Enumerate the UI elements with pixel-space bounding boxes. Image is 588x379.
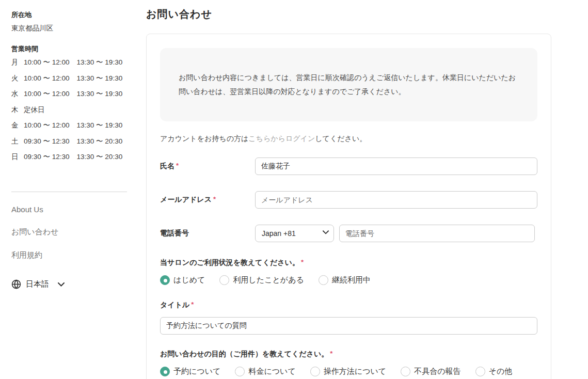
location-value: 東京都品川区 bbox=[11, 24, 127, 33]
country-code-select[interactable]: Japan +81 bbox=[255, 225, 334, 242]
hours-row: 土 09:30 〜 12:30 13:30 〜 20:30 bbox=[11, 137, 127, 146]
hours-day: 金 bbox=[11, 121, 24, 130]
purpose-option-how-to-use[interactable]: 操作方法について bbox=[310, 367, 386, 376]
login-link[interactable]: こちらからログイン bbox=[248, 134, 315, 143]
sidebar-item-terms[interactable]: 利用規約 bbox=[11, 245, 127, 266]
location-section: 所在地 東京都品川区 bbox=[11, 10, 127, 33]
required-asterisk: * bbox=[301, 258, 304, 266]
hours-row: 火 10:00 〜 12:00 13:30 〜 19:30 bbox=[11, 74, 127, 83]
usage-group-label: 当サロンのご利用状況を教えてください。* bbox=[160, 258, 537, 267]
account-login-line: アカウントをお持ちの方はこちらからログインしてください。 bbox=[160, 134, 537, 144]
hours-range-pm: 13:30 〜 19:30 bbox=[77, 74, 123, 83]
hours-day: 日 bbox=[11, 152, 24, 162]
purpose-options: 予約について 料金について 操作方法について 不具合の報告 bbox=[160, 367, 537, 376]
usage-option-first-time[interactable]: はじめて bbox=[160, 275, 205, 285]
page-title: お問い合わせ bbox=[146, 7, 551, 21]
phone-row: 電話番号 Japan +81 bbox=[160, 225, 537, 242]
purpose-option-bug-report[interactable]: 不具合の報告 bbox=[401, 367, 460, 376]
notice-text: お問い合わせ内容につきましては、営業日に順次確認のうえご返信いたします。休業日に… bbox=[179, 73, 516, 96]
hours-day: 月 bbox=[11, 58, 24, 67]
title-input-row bbox=[160, 317, 537, 335]
radio-unselected-icon[interactable] bbox=[310, 367, 320, 376]
hours-day: 土 bbox=[11, 137, 24, 146]
required-asterisk: * bbox=[191, 301, 194, 308]
email-row: メールアドレス* bbox=[160, 191, 537, 209]
name-label: 氏名* bbox=[160, 162, 255, 171]
sidebar: 所在地 東京都品川区 営業時間 月 10:00 〜 12:00 13:30 〜 … bbox=[0, 0, 136, 379]
name-input[interactable] bbox=[255, 157, 537, 175]
radio-selected-icon[interactable] bbox=[160, 367, 170, 376]
usage-group: 当サロンのご利用状況を教えてください。* はじめて 利用したことがある 継続利用… bbox=[160, 258, 537, 285]
phone-cell: Japan +81 bbox=[255, 225, 537, 242]
radio-unselected-icon[interactable] bbox=[235, 367, 245, 376]
contact-form: 氏名* メールアドレス* 電話番号 Japan +81 bbox=[160, 157, 537, 376]
phone-label: 電話番号 bbox=[160, 229, 255, 238]
usage-option-continuing[interactable]: 継続利用中 bbox=[319, 275, 371, 285]
hours-range-pm: 13:30 〜 19:30 bbox=[77, 121, 123, 130]
phone-input[interactable] bbox=[339, 225, 535, 242]
email-label: メールアドレス* bbox=[160, 195, 255, 204]
language-label: 日本語 bbox=[26, 279, 49, 289]
chevron-down-icon bbox=[58, 282, 65, 287]
hours-range-am: 09:30 〜 12:30 bbox=[24, 137, 70, 146]
hours-row: 月 10:00 〜 12:00 13:30 〜 19:30 bbox=[11, 58, 127, 67]
purpose-group-label: お問い合わせの目的（ご用件）を教えてください。* bbox=[160, 350, 537, 359]
notice-box: お問い合わせ内容につきましては、営業日に順次確認のうえご返信いたします。休業日に… bbox=[160, 48, 537, 121]
hours-section: 営業時間 月 10:00 〜 12:00 13:30 〜 19:30 火 10:… bbox=[11, 44, 127, 162]
hours-range-am: 10:00 〜 12:00 bbox=[24, 121, 70, 130]
hours-row: 木 定休日 bbox=[11, 105, 127, 115]
sidebar-item-contact[interactable]: お問い合わせ bbox=[11, 222, 127, 243]
name-row: 氏名* bbox=[160, 157, 537, 175]
hours-day: 水 bbox=[11, 89, 24, 99]
hours-range-am: 10:00 〜 12:00 bbox=[24, 74, 70, 83]
radio-unselected-icon[interactable] bbox=[319, 275, 328, 285]
account-line-suffix: してください。 bbox=[315, 134, 367, 143]
hours-row: 日 09:30 〜 12:30 13:30 〜 20:30 bbox=[11, 152, 127, 162]
hours-range-pm: 13:30 〜 19:30 bbox=[77, 89, 123, 99]
required-asterisk: * bbox=[213, 195, 216, 203]
hours-closed-label: 定休日 bbox=[24, 105, 45, 115]
title-field-group: タイトル* bbox=[160, 301, 537, 335]
required-asterisk: * bbox=[176, 162, 179, 169]
hours-day: 木 bbox=[11, 105, 24, 115]
hours-range-am: 10:00 〜 12:00 bbox=[24, 89, 70, 99]
title-field-label: タイトル* bbox=[160, 301, 537, 310]
language-selector[interactable]: 日本語 bbox=[11, 279, 127, 289]
purpose-option-other[interactable]: その他 bbox=[475, 367, 513, 376]
country-code-select-wrap: Japan +81 bbox=[255, 225, 334, 242]
hours-row: 金 10:00 〜 12:00 13:30 〜 19:30 bbox=[11, 121, 127, 130]
purpose-option-reservation[interactable]: 予約について bbox=[160, 367, 220, 376]
sidebar-divider bbox=[11, 192, 127, 192]
required-asterisk: * bbox=[330, 350, 332, 357]
account-line-prefix: アカウントをお持ちの方は bbox=[160, 134, 248, 143]
hours-range-pm: 13:30 〜 20:30 bbox=[77, 137, 123, 146]
hours-range-am: 10:00 〜 12:00 bbox=[24, 58, 70, 67]
purpose-option-pricing[interactable]: 料金について bbox=[235, 367, 295, 376]
sidebar-item-about-us[interactable]: About Us bbox=[11, 199, 127, 219]
hours-day: 火 bbox=[11, 74, 24, 83]
sidebar-nav: About Us お問い合わせ 利用規約 bbox=[11, 199, 127, 266]
location-heading: 所在地 bbox=[11, 10, 127, 20]
purpose-group: お問い合わせの目的（ご用件）を教えてください。* 予約について 料金について 操… bbox=[160, 350, 537, 376]
hours-row: 水 10:00 〜 12:00 13:30 〜 19:30 bbox=[11, 89, 127, 99]
main-content: お問い合わせ お問い合わせ内容につきましては、営業日に順次確認のうえご返信いたし… bbox=[136, 0, 588, 379]
hours-range-am: 09:30 〜 12:30 bbox=[24, 152, 70, 162]
usage-option-used-before[interactable]: 利用したことがある bbox=[219, 275, 304, 285]
usage-options: はじめて 利用したことがある 継続利用中 bbox=[160, 275, 537, 285]
radio-selected-icon[interactable] bbox=[160, 275, 170, 285]
email-input[interactable] bbox=[255, 191, 537, 209]
radio-unselected-icon[interactable] bbox=[219, 275, 229, 285]
radio-unselected-icon[interactable] bbox=[475, 367, 485, 376]
hours-heading: 営業時間 bbox=[11, 44, 127, 54]
hours-range-pm: 13:30 〜 19:30 bbox=[77, 58, 123, 67]
radio-unselected-icon[interactable] bbox=[401, 367, 410, 376]
hours-range-pm: 13:30 〜 20:30 bbox=[77, 152, 123, 162]
contact-form-card: お問い合わせ内容につきましては、営業日に順次確認のうえご返信いたします。休業日に… bbox=[146, 34, 551, 379]
globe-icon bbox=[11, 279, 21, 289]
title-input[interactable] bbox=[160, 317, 537, 335]
